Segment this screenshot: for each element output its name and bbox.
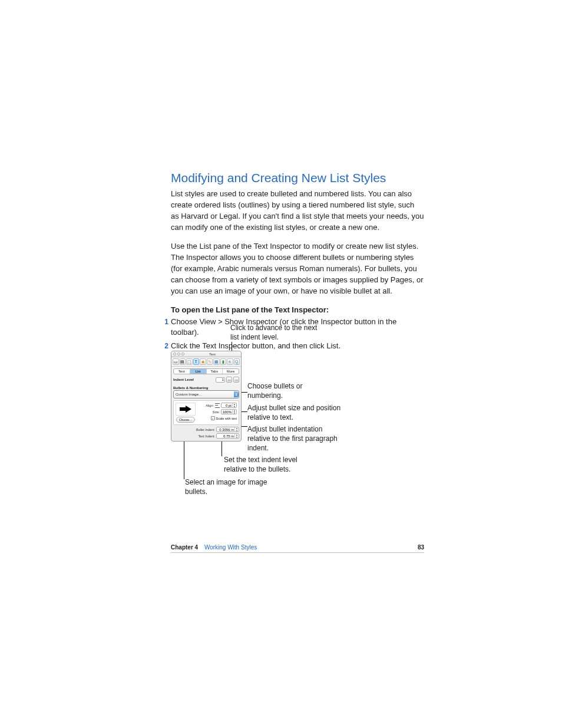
scale-label: Scale with text bbox=[216, 417, 237, 420]
callout-text-indent: Set the text indent level relative to th… bbox=[224, 455, 318, 474]
bullet-image-preview bbox=[176, 403, 196, 416]
quicktime-inspector-icon[interactable]: Q bbox=[234, 358, 240, 365]
close-dot-icon[interactable] bbox=[173, 353, 176, 355]
step-number: 2 bbox=[160, 341, 168, 351]
scale-checkbox[interactable]: ✓ bbox=[211, 416, 215, 420]
indent-level-field[interactable] bbox=[216, 378, 224, 381]
text-inspector-icon[interactable]: T bbox=[193, 358, 200, 365]
bullet-indent-stepper[interactable]: ▲▼ bbox=[216, 427, 239, 432]
bullets-dropdown-value: Custom Image… bbox=[176, 393, 202, 396]
zoom-dot-icon[interactable] bbox=[181, 353, 184, 355]
body-paragraph-1: List styles are used to create bulleted … bbox=[171, 189, 424, 233]
bullets-dropdown[interactable]: Custom Image… ▲▼ bbox=[173, 390, 239, 398]
callout-size: Adjust bullet size and position relative… bbox=[247, 403, 345, 422]
indent-level-row: Indent Level ⇦ ⇨ bbox=[171, 376, 241, 384]
chapter-title: Working With Styles bbox=[204, 544, 257, 551]
choose-button[interactable]: Choose… bbox=[176, 417, 195, 423]
callout-bullet-indent: Adjust bullet indentation relative to th… bbox=[247, 424, 342, 453]
bullets-section-label: Bullets & Numbering bbox=[171, 384, 241, 390]
tab-tabs[interactable]: Tabs bbox=[207, 369, 223, 374]
align-icon bbox=[215, 403, 220, 408]
size-field[interactable] bbox=[222, 410, 232, 414]
image-panel: Choose… Align: ▲▼ Size: bbox=[173, 400, 239, 425]
graphic-inspector-icon[interactable]: ◆ bbox=[200, 358, 206, 365]
metrics-inspector-icon[interactable]: ✎ bbox=[207, 358, 213, 365]
chapter-label: Chapter 4 bbox=[171, 544, 198, 551]
indent-right-button[interactable]: ⇨ bbox=[233, 377, 239, 383]
callout-indent-level: Click to advance to the next list indent… bbox=[230, 323, 325, 342]
inspector-titlebar: Text bbox=[171, 351, 241, 357]
inspector-tabs[interactable]: Text List Tabs More bbox=[173, 368, 239, 374]
link-inspector-icon[interactable]: ⎋ bbox=[227, 358, 233, 365]
layout-inspector-icon[interactable]: ▤ bbox=[180, 358, 186, 365]
tab-more[interactable]: More bbox=[223, 369, 239, 374]
text-indent-field[interactable] bbox=[217, 434, 234, 438]
tab-text[interactable]: Text bbox=[174, 369, 190, 374]
inspector-title: Text bbox=[186, 353, 239, 356]
minimize-dot-icon[interactable] bbox=[177, 353, 180, 355]
body-paragraph-2: Use the List pane of the Text Inspector … bbox=[171, 241, 424, 297]
align-field[interactable] bbox=[222, 404, 232, 407]
text-indent-label: Text Indent: bbox=[199, 434, 215, 438]
inspector-panel: Text ▭ ▤ ⬚ T ◆ ✎ ▦ ▮ ⎋ Q Text List Tabs … bbox=[171, 351, 242, 442]
page-footer: Chapter 4 Working With Styles 83 bbox=[171, 544, 424, 553]
text-indent-stepper[interactable]: ▲▼ bbox=[216, 433, 239, 439]
callout-bullets-numbering: Choose bullets or numbering. bbox=[247, 381, 318, 400]
callout-choose-image: Select an image for image bullets. bbox=[185, 477, 279, 496]
inspector-toolbar: ▭ ▤ ⬚ T ◆ ✎ ▦ ▮ ⎋ Q bbox=[171, 357, 241, 367]
bullet-indent-field[interactable] bbox=[217, 428, 234, 431]
wrap-inspector-icon[interactable]: ⬚ bbox=[186, 358, 193, 365]
size-label: Size: bbox=[213, 410, 220, 414]
size-stepper[interactable]: ▲▼ bbox=[221, 409, 237, 414]
page-number: 83 bbox=[418, 544, 424, 551]
align-stepper[interactable]: ▲▼ bbox=[221, 403, 237, 408]
bullet-indent-label: Bullet Indent: bbox=[196, 428, 215, 431]
dropdown-arrows-icon: ▲▼ bbox=[234, 391, 239, 397]
tab-list[interactable]: List bbox=[190, 369, 207, 374]
align-label: Align: bbox=[206, 404, 214, 407]
indent-left-button[interactable]: ⇦ bbox=[226, 377, 232, 383]
document-inspector-icon[interactable]: ▭ bbox=[173, 358, 179, 365]
section-heading: Modifying and Creating New List Styles bbox=[171, 171, 424, 185]
step-number: 1 bbox=[160, 317, 168, 327]
table-inspector-icon[interactable]: ▦ bbox=[213, 358, 220, 365]
indent-level-stepper[interactable] bbox=[216, 377, 225, 383]
arrow-icon bbox=[180, 406, 191, 413]
chart-inspector-icon[interactable]: ▮ bbox=[220, 358, 227, 365]
indent-level-label: Indent Level bbox=[173, 378, 194, 381]
procedure-heading: To open the List pane of the Text Inspec… bbox=[171, 305, 424, 314]
